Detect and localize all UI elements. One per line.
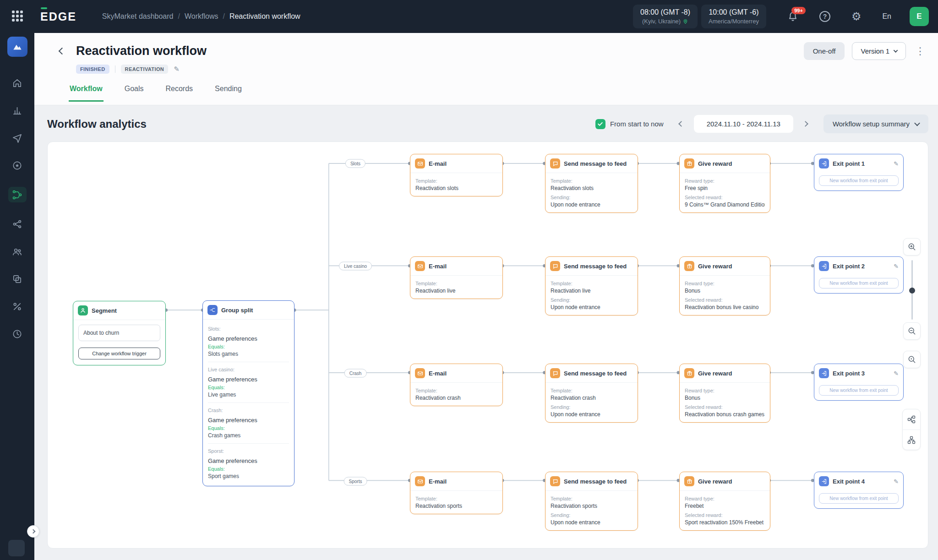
exit-node[interactable]: Exit point 2 ✎ New workflow from exit po… — [814, 256, 904, 294]
sidebar-item-loyalty[interactable] — [8, 159, 27, 171]
tab-sending[interactable]: Sending — [214, 81, 243, 102]
reward-node[interactable]: Give reward Reward type: Bonus Selected … — [679, 364, 770, 423]
clock-time: 10:00 (GMT -6) — [709, 8, 759, 16]
exit-node[interactable]: Exit point 1 ✎ New workflow from exit po… — [814, 154, 904, 191]
sidebar-item-campaigns[interactable] — [8, 132, 27, 144]
node-title: Segment — [92, 307, 117, 314]
field-label: Sending: — [551, 195, 633, 200]
field-value: Reactivation crash — [551, 395, 633, 401]
reward-node[interactable]: Give reward Reward type: Bonus Selected … — [679, 256, 770, 315]
share-nodes-icon — [12, 219, 22, 229]
apps-grid-icon[interactable] — [12, 11, 24, 22]
field-value: Reactivation sports — [415, 503, 497, 509]
new-workflow-from-exit-button[interactable]: New workflow from exit point — [819, 493, 899, 504]
help-icon[interactable]: ? — [819, 11, 830, 22]
date-prev-button[interactable] — [674, 116, 689, 132]
section-operator: Equals: — [208, 385, 289, 390]
sidebar-item-templates[interactable] — [8, 273, 27, 285]
sidebar-item-workflows[interactable] — [8, 187, 27, 202]
settings-gear-icon[interactable]: ⚙ — [851, 11, 862, 22]
back-button[interactable] — [55, 44, 69, 58]
tab-goals[interactable]: Goals — [124, 81, 145, 102]
email-node[interactable]: E-mail Template: Reactivation crash — [410, 364, 503, 406]
analytics-title: Workflow analytics — [47, 118, 147, 130]
sidebar-expand-button[interactable] — [27, 525, 39, 538]
chat-icon — [550, 158, 560, 169]
section-field: Game preferences — [208, 417, 289, 424]
field-label: Template: — [415, 388, 497, 393]
zoom-fit-icon — [907, 355, 916, 364]
auto-layout-vertical-button[interactable] — [902, 430, 921, 450]
exit-node[interactable]: Exit point 4 ✎ New workflow from exit po… — [814, 472, 904, 509]
edit-exit-icon[interactable]: ✎ — [894, 370, 899, 377]
workflow-setup-summary-button[interactable]: Workflow setup summary — [823, 114, 928, 133]
email-node[interactable]: E-mail Template: Reactivation sports — [410, 472, 503, 514]
user-avatar[interactable]: E — [910, 7, 929, 26]
from-start-checkbox[interactable]: From start to now — [595, 119, 664, 129]
tab-records[interactable]: Records — [165, 81, 194, 102]
sidebar-item-home[interactable] — [8, 77, 27, 89]
section-value: Sport games — [208, 473, 289, 479]
new-workflow-from-exit-button[interactable]: New workflow from exit point — [819, 385, 899, 396]
breadcrumb-dashboard[interactable]: SkyMarket dashboard — [102, 12, 174, 21]
email-node[interactable]: E-mail Template: Reactivation live — [410, 256, 503, 299]
sidebar-item-segments[interactable] — [8, 218, 27, 230]
change-trigger-button[interactable]: Change workflow trigger — [78, 348, 160, 359]
date-range[interactable]: 2024.11.10 - 2024.11.13 — [694, 115, 793, 133]
sidebar-item-history[interactable] — [8, 328, 27, 340]
segment-node[interactable]: Segment About to churn Change workflow t… — [73, 301, 166, 365]
exit-node[interactable]: Exit point 3 ✎ New workflow from exit po… — [814, 364, 904, 401]
sidebar-item-bonuses[interactable] — [8, 300, 27, 312]
section-name: Sporst: — [208, 448, 289, 454]
zoom-slider-handle[interactable] — [909, 288, 915, 294]
zoom-slider[interactable] — [911, 260, 913, 320]
section-field: Game preferences — [208, 335, 289, 342]
version-dropdown[interactable]: Version 1 — [852, 42, 906, 60]
page-title: Reactivation workflow — [76, 44, 207, 58]
new-workflow-from-exit-button[interactable]: New workflow from exit point — [819, 278, 899, 288]
more-options-icon[interactable]: ⋮ — [913, 45, 927, 57]
workflow-canvas[interactable]: Segment About to churn Change workflow t… — [47, 141, 928, 549]
summary-label: Workflow setup summary — [833, 120, 910, 128]
new-workflow-from-exit-button[interactable]: New workflow from exit point — [819, 175, 899, 186]
sidebar-item-players[interactable] — [8, 245, 27, 257]
zoom-out-button[interactable] — [903, 322, 921, 340]
date-next-button[interactable] — [798, 116, 813, 132]
percent-icon — [12, 301, 22, 312]
zoom-fit-button[interactable] — [903, 351, 921, 368]
notifications-bell-icon[interactable]: 99+ — [787, 11, 798, 22]
edit-workflow-icon[interactable]: ✎ — [174, 65, 180, 73]
checkbox-label: From start to now — [610, 120, 664, 128]
language-switcher[interactable]: En — [882, 12, 891, 21]
exit-icon — [819, 476, 829, 486]
timezone-card-kyiv[interactable]: 08:00 (GMT -8) (Kyiv, Ukraine) — [633, 5, 698, 28]
edit-exit-icon[interactable]: ✎ — [894, 478, 899, 485]
segment-audience[interactable]: About to churn — [78, 325, 160, 341]
zoom-in-button[interactable] — [903, 238, 921, 256]
feed-node[interactable]: Send message to feed Template: Reactivat… — [545, 154, 638, 213]
sidebar-bottom-tile[interactable] — [8, 540, 25, 556]
one-off-button[interactable]: One-off — [804, 42, 845, 60]
tab-workflow[interactable]: Workflow — [69, 81, 104, 102]
breadcrumb-workflows[interactable]: Workflows — [185, 12, 218, 21]
edit-exit-icon[interactable]: ✎ — [894, 263, 899, 270]
field-value: Upon node entrance — [551, 411, 633, 418]
node-title: Give reward — [698, 478, 732, 485]
status-badge: FINISHED — [76, 65, 109, 74]
reward-node[interactable]: Give reward Reward type: Free spin Selec… — [679, 154, 770, 213]
auto-layout-horizontal-button[interactable] — [902, 409, 921, 430]
feed-node[interactable]: Send message to feed Template: Reactivat… — [545, 256, 638, 315]
split-section-live-casino: Live casino: Game preferences Equals: Li… — [208, 362, 289, 403]
section-value: Crash games — [208, 432, 289, 439]
node-title: Exit point 3 — [833, 370, 865, 377]
feed-node[interactable]: Send message to feed Template: Reactivat… — [545, 364, 638, 423]
feed-node[interactable]: Send message to feed Template: Reactivat… — [545, 472, 638, 531]
sidebar-item-analytics[interactable] — [8, 104, 27, 116]
group-split-node[interactable]: Group split Slots: Game preferences Equa… — [202, 300, 294, 486]
email-node[interactable]: E-mail Template: Reactivation slots — [410, 154, 503, 196]
reward-node[interactable]: Give reward Reward type: Freebet Selecte… — [679, 472, 770, 531]
workspace-logo[interactable] — [7, 37, 27, 57]
type-badge: REACTIVATION — [121, 65, 169, 74]
timezone-card-monterrey[interactable]: 10:00 (GMT -6) America/Monterrey — [701, 5, 766, 28]
edit-exit-icon[interactable]: ✎ — [894, 160, 899, 167]
